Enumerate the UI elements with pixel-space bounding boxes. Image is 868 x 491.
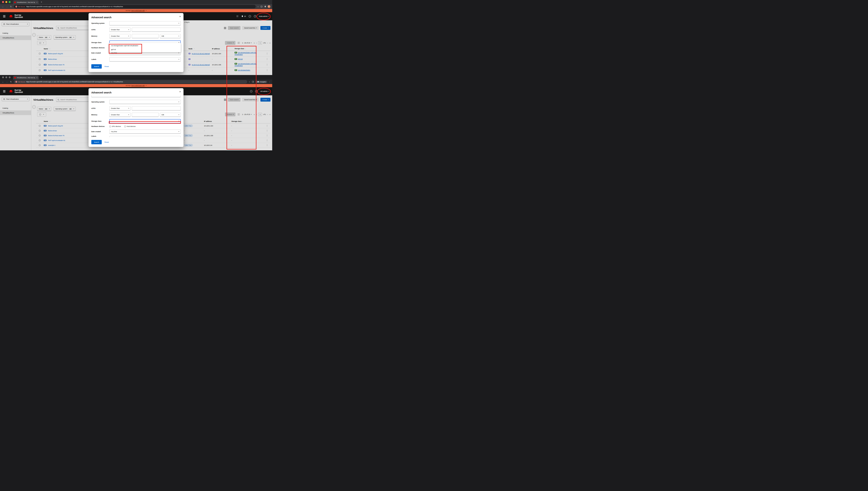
search-button[interactable]: Search (91, 140, 102, 144)
menu-item-storage-option[interactable]: gp3-csi (109, 48, 181, 51)
kebab-menu[interactable]: ⋮ (263, 58, 270, 60)
vcpu-value-input[interactable] (132, 106, 181, 110)
storageclass-link[interactable]: ocs-storagecluster- (238, 69, 250, 71)
sidebar-item-virtualmachines[interactable]: VirtualMachines (0, 110, 31, 115)
memory-value-input[interactable] (132, 34, 159, 38)
back-button[interactable]: ← (2, 5, 4, 8)
back-button[interactable]: ← (2, 81, 4, 83)
storageclass-link[interactable]: ocs-storagecluster-ceph-rbd-virtualizati… (235, 52, 257, 55)
manage-columns-icon[interactable] (238, 114, 240, 115)
date-created-select[interactable]: Any time▾ (109, 129, 181, 134)
memory-operator-select[interactable]: Greater than▾ (109, 113, 130, 117)
forward-button[interactable]: → (6, 5, 8, 8)
browser-tab[interactable]: VirtualMachines - Red Hat Op ✕ (13, 0, 39, 4)
user-menu[interactable]: virt-admin ▾ (260, 90, 269, 92)
tab-close-icon[interactable]: ✕ (36, 2, 37, 3)
host-devices-checkbox[interactable]: Host devices (124, 125, 136, 127)
gpu-devices-checkbox[interactable]: GPU devices (109, 125, 121, 127)
new-tab-button[interactable]: + (41, 76, 42, 79)
next-page-button[interactable]: › (267, 113, 268, 115)
kebab-menu[interactable]: ⋮ (263, 134, 270, 137)
row-checkbox[interactable] (39, 58, 40, 60)
row-checkbox[interactable] (39, 125, 40, 126)
address-bar[interactable]: ✕ Not Secure https://console-openshift-c… (14, 5, 256, 8)
select-all-checkbox[interactable] (39, 114, 41, 115)
node-link[interactable]: ip-10-0-12-18.ec2.internal (192, 53, 210, 55)
close-window-button[interactable] (2, 77, 4, 78)
kebab-menu[interactable]: ⋮ (263, 63, 270, 66)
memory-unit-select[interactable]: GiB▾ (160, 113, 181, 117)
banner-link[interactable]: #wg-multicluster-sdk (131, 85, 145, 86)
address-bar[interactable]: ✕ Not Secure https://console-openshift-c… (14, 80, 247, 84)
current-page-input[interactable]: 1 (258, 41, 262, 45)
kebab-menu[interactable]: ⋮ (263, 129, 270, 132)
save-search-button[interactable]: Save search (228, 98, 240, 102)
vm-name-link[interactable]: fedora-fuchsia-swan-76 (48, 135, 64, 137)
kebab-menu[interactable]: ⋮ (263, 139, 270, 142)
expand-drawer-button[interactable]: › (32, 33, 36, 37)
manage-columns-icon[interactable] (238, 42, 240, 44)
kebab-menu[interactable]: ⋮ (263, 144, 270, 146)
first-page-button[interactable]: « (253, 42, 255, 44)
saved-searches-button[interactable]: Saved searches ▾ (242, 98, 259, 102)
vm-name-link[interactable]: fedora-fuchsia-swan-76 (48, 64, 64, 66)
next-page-button[interactable]: › (267, 42, 268, 44)
node-link[interactable]: ip-10-0-12-18.ec2.internal (192, 64, 210, 66)
zoom-window-button[interactable] (9, 1, 10, 3)
help-button[interactable]: ? (255, 90, 258, 92)
save-search-button[interactable]: Save search (228, 26, 240, 30)
storageclass-link[interactable]: ocs-storagecluster-ceph-rbd-virtualizati… (235, 63, 257, 66)
display-options-icon[interactable] (224, 27, 226, 29)
side-panel-icon[interactable] (252, 81, 254, 83)
os-filter[interactable]: Operating system All ▾ (54, 107, 76, 111)
import-yaml-button[interactable]: + (248, 15, 251, 18)
items-range-dropdown[interactable]: 1 - 15 of 15 ▾ (242, 114, 251, 115)
bookmark-star-icon[interactable]: ☆ (257, 6, 259, 8)
traffic-lights[interactable] (2, 77, 10, 78)
first-page-button[interactable]: « (253, 113, 255, 115)
select-all-dropdown[interactable]: ▾ (37, 41, 46, 45)
labels-select[interactable]: ▾ (109, 136, 181, 137)
storage-class-input[interactable] (111, 120, 178, 122)
kebab-menu[interactable]: ⋮ (263, 69, 270, 71)
kebab-menu[interactable]: ⋮ (263, 52, 270, 55)
app-launcher-icon[interactable] (236, 15, 239, 17)
sidebar-item-catalog[interactable]: Catalog (0, 31, 31, 35)
sidebar-item-catalog[interactable]: Catalog (0, 106, 31, 110)
vm-name-link[interactable]: fedora-peach-slug-84 (48, 125, 63, 127)
status-select[interactable]: ▾ (91, 95, 181, 97)
last-page-button[interactable]: » (269, 42, 270, 44)
status-filter[interactable]: Status All ▾ (37, 35, 51, 39)
reload-button[interactable]: ↻ (10, 5, 12, 8)
column-header-ip[interactable]: IP address (212, 48, 235, 50)
vcpu-operator-select[interactable]: Greater than▾ (109, 28, 130, 32)
menu-item-storage-option[interactable]: ocs-storagecluster-ceph-rbd-virtualizati… (109, 44, 181, 48)
side-panel-icon[interactable] (260, 5, 263, 8)
vm-name-link[interactable]: rhel7-apricot-anteater-91 (48, 69, 65, 71)
sidebar-item-virtualmachines[interactable]: VirtualMachines (0, 35, 31, 40)
prev-page-button[interactable]: ‹ (256, 113, 257, 115)
os-select[interactable]: ▾ (109, 21, 181, 25)
perspective-switcher[interactable]: Fleet Virtualization ▾ (2, 22, 29, 26)
vcpu-operator-select[interactable]: Greater than▾ (109, 106, 130, 110)
banner-link[interactable]: #wg-multicluster-sdk (131, 10, 145, 11)
os-select[interactable]: ▾ (109, 100, 181, 104)
row-checkbox[interactable] (39, 53, 40, 54)
nav-toggle-icon[interactable] (3, 15, 5, 17)
column-header-node[interactable]: Node↕ (188, 48, 212, 50)
status-filter[interactable]: Status All ▾ (37, 107, 51, 111)
vm-search-box[interactable] (56, 26, 90, 30)
forward-button[interactable]: → (6, 81, 8, 83)
items-range-dropdown[interactable]: 1 - 15 of 15 ▾ (242, 42, 251, 44)
actions-button[interactable]: Actions ▾ (225, 41, 235, 45)
search-button[interactable]: Search (91, 64, 102, 68)
search-input[interactable] (60, 99, 89, 100)
close-window-button[interactable] (2, 1, 4, 3)
browser-menu-icon[interactable]: ⋮ (269, 81, 270, 83)
storageclass-link[interactable]: gp3-csi (238, 58, 242, 60)
row-checkbox[interactable] (39, 144, 40, 146)
create-button[interactable]: Create ▾ (260, 98, 270, 102)
search-input[interactable] (60, 27, 89, 29)
column-header-storage[interactable]: Storage class↕ (235, 48, 263, 50)
import-yaml-button[interactable]: + (250, 90, 252, 92)
